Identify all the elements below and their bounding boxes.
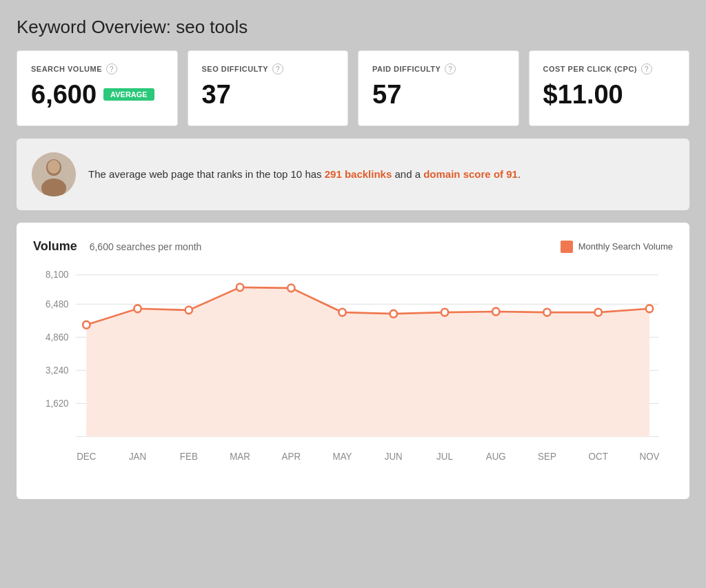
metric-value-cpc: $11.00	[543, 80, 623, 109]
chart-title: Volume	[33, 239, 77, 254]
metric-label-text: COST PER CLICK (CPC)	[543, 65, 638, 73]
chart-subtitle: 6,600 searches per month	[90, 241, 202, 252]
chart-legend: Monthly Search Volume	[561, 241, 673, 253]
metric-value-search-volume: 6,600	[31, 81, 97, 108]
chart-card: Volume 6,600 searches per month Monthly …	[17, 223, 689, 499]
svg-text:JUL: JUL	[436, 452, 453, 462]
svg-text:MAR: MAR	[230, 452, 250, 462]
metric-label-cpc: COST PER CLICK (CPC) ?	[543, 63, 676, 74]
chart-header: Volume 6,600 searches per month Monthly …	[33, 239, 673, 254]
metric-label-text: PAID DIFFICULTY	[372, 65, 441, 73]
svg-point-26	[543, 309, 550, 316]
title-prefix: Keyword Overview:	[17, 17, 171, 37]
metric-label-search-volume: SEARCH VOLUME ?	[31, 63, 163, 74]
svg-text:NOV: NOV	[639, 452, 660, 462]
chart-area: 8,100 6,480 4,860 3,240 1,620	[33, 267, 673, 488]
svg-text:MAY: MAY	[333, 452, 352, 462]
help-icon-search-volume[interactable]: ?	[106, 63, 117, 74]
metric-value-seo-difficulty: 37	[202, 80, 231, 109]
svg-point-17	[83, 321, 90, 329]
insight-text-after: .	[518, 168, 521, 180]
help-icon-cpc[interactable]: ?	[641, 63, 652, 74]
svg-text:JAN: JAN	[129, 452, 146, 462]
insight-text-before: The average web page that ranks in the t…	[88, 168, 325, 180]
insight-backlinks: 291 backlinks	[325, 168, 392, 180]
insight-text: The average web page that ranks in the t…	[88, 167, 521, 183]
legend-label: Monthly Search Volume	[578, 241, 673, 252]
metric-value-paid-difficulty: 57	[372, 80, 401, 109]
svg-text:APR: APR	[282, 452, 301, 462]
svg-text:8,100: 8,100	[46, 270, 69, 280]
svg-text:JUN: JUN	[385, 452, 403, 462]
metric-label-paid-difficulty: PAID DIFFICULTY ?	[372, 63, 505, 74]
svg-point-25	[492, 308, 499, 316]
svg-text:1,620: 1,620	[46, 398, 69, 408]
page-title: Keyword Overview: seo tools	[17, 17, 689, 38]
svg-point-20	[236, 283, 243, 291]
help-icon-paid-difficulty[interactable]: ?	[445, 63, 456, 74]
metric-card-cpc: COST PER CLICK (CPC) ? $11.00	[529, 50, 690, 126]
insight-domain-score: domain score of 91	[423, 168, 518, 180]
svg-point-28	[646, 305, 653, 312]
svg-point-19	[185, 307, 192, 314]
svg-text:4,860: 4,860	[46, 332, 69, 342]
avatar	[32, 152, 76, 196]
svg-text:OCT: OCT	[589, 452, 609, 462]
metric-card-paid-difficulty: PAID DIFFICULTY ? 57	[358, 50, 519, 126]
metric-label-seo-difficulty: SEO DIFFICULTY ?	[202, 63, 334, 74]
svg-text:6,480: 6,480	[46, 298, 69, 309]
svg-text:DEC: DEC	[77, 452, 96, 462]
svg-text:SEP: SEP	[538, 452, 556, 462]
svg-text:AUG: AUG	[486, 452, 506, 462]
legend-swatch	[561, 241, 573, 253]
svg-point-18	[134, 305, 141, 312]
chart-svg: 8,100 6,480 4,860 3,240 1,620	[33, 267, 673, 488]
metric-label-text: SEARCH VOLUME	[31, 65, 102, 73]
metric-card-seo-difficulty: SEO DIFFICULTY ? 37	[188, 50, 349, 126]
insight-text-middle: and a	[392, 168, 423, 180]
metric-label-text: SEO DIFFICULTY	[202, 65, 269, 73]
title-keyword: seo tools	[176, 17, 248, 37]
metrics-row: SEARCH VOLUME ? 6,600 AVERAGE SEO DIFFIC…	[17, 50, 689, 126]
svg-text:3,240: 3,240	[46, 365, 69, 375]
svg-point-22	[339, 309, 345, 316]
svg-point-3	[48, 160, 60, 174]
metric-card-search-volume: SEARCH VOLUME ? 6,600 AVERAGE	[17, 50, 178, 126]
svg-point-27	[595, 309, 602, 316]
svg-point-21	[288, 285, 294, 292]
insight-box: The average web page that ranks in the t…	[17, 139, 689, 210]
metric-badge-average: AVERAGE	[103, 88, 154, 101]
svg-text:FEB: FEB	[180, 452, 198, 462]
svg-point-24	[441, 309, 448, 316]
svg-point-23	[390, 310, 397, 318]
help-icon-seo-difficulty[interactable]: ?	[272, 63, 283, 74]
